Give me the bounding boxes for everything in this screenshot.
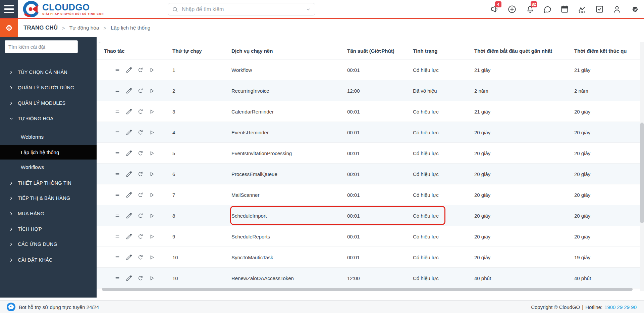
sync-icon[interactable] <box>137 233 144 240</box>
settings-module-button[interactable] <box>0 19 18 37</box>
edit-pencil-icon[interactable] <box>125 129 132 136</box>
row-order: 8 <box>172 205 175 226</box>
calendar-icon[interactable] <box>560 5 570 14</box>
sync-icon[interactable] <box>137 108 144 115</box>
sync-icon[interactable] <box>137 191 144 198</box>
table-row: 4EventsReminder00:01Có hiệu lực20 giây20… <box>97 122 640 143</box>
hotline-label: Hotline: <box>585 304 602 310</box>
row-service: Workflow <box>231 59 252 80</box>
sidebar-item-collapsed[interactable]: TÙY CHỌN CÁ NHÂN <box>0 65 97 79</box>
sidebar-item-collapsed[interactable]: CÁC ỨNG DỤNG <box>0 237 97 251</box>
drag-handle-icon[interactable] <box>114 108 121 115</box>
chat-icon[interactable] <box>543 5 552 14</box>
breadcrumb-item-scheduler[interactable]: Lập lịch hệ thống <box>111 25 150 31</box>
sidebar-subitem-label: Workflows <box>21 164 44 170</box>
breadcrumb-item-automation[interactable]: Tự động hóa <box>69 25 99 31</box>
row-last-end: 20 giây <box>574 143 590 164</box>
global-search-input[interactable] <box>181 6 306 13</box>
play-icon[interactable] <box>148 191 155 198</box>
row-status: Có hiệu lực <box>413 122 439 143</box>
sidebar-item-expanded[interactable]: TỰ ĐỘNG HÓA <box>0 112 97 125</box>
edit-pencil-icon[interactable] <box>125 212 132 219</box>
table-header-row: Thao tácThứ tự chạyDịch vụ chạy nềnTần s… <box>97 42 640 59</box>
row-service: SyncToMauticTask <box>231 247 273 268</box>
vertical-scrollbar-track[interactable] <box>640 42 644 291</box>
bell-icon[interactable]: 82 <box>526 5 535 14</box>
sidebar-search-input[interactable] <box>5 40 78 53</box>
sidebar-subitem-selected[interactable]: Lập lịch hệ thống <box>0 145 97 160</box>
chevron-down-icon <box>9 116 14 121</box>
sidebar-item-collapsed[interactable]: THIẾT LẬP THÔNG TIN <box>0 176 97 190</box>
play-icon[interactable] <box>148 150 155 157</box>
row-actions <box>114 143 155 164</box>
edit-pencil-icon[interactable] <box>125 233 132 240</box>
sync-icon[interactable] <box>137 129 144 136</box>
edit-pencil-icon[interactable] <box>125 254 132 261</box>
sidebar-subitem[interactable]: Webforms <box>0 129 97 144</box>
edit-pencil-icon[interactable] <box>125 87 132 94</box>
play-icon[interactable] <box>148 87 155 94</box>
edit-pencil-icon[interactable] <box>125 150 132 157</box>
horizontal-scrollbar-thumb[interactable] <box>102 288 633 291</box>
task-check-icon[interactable] <box>595 5 604 14</box>
sidebar-item-collapsed[interactable]: TÍCH HỢP <box>0 222 97 236</box>
gear-icon <box>4 23 14 33</box>
row-service: EventsInvitationProcessing <box>231 143 292 164</box>
sidebar-item-collapsed[interactable]: QUẢN LÝ MODULES <box>0 96 97 110</box>
play-icon[interactable] <box>148 212 155 219</box>
play-icon[interactable] <box>148 108 155 115</box>
row-service: ProcessEmailQueue <box>231 164 277 184</box>
plus-circle-icon[interactable] <box>507 5 517 14</box>
edit-pencil-icon[interactable] <box>125 66 132 74</box>
hotline-number[interactable]: 1900 29 29 90 <box>604 304 637 310</box>
support-bot-link[interactable]: Bot hỗ trợ sử dụng trực tuyến 24/24 <box>7 301 99 313</box>
row-service: RecurringInvoice <box>231 80 269 101</box>
megaphone-icon[interactable]: 4 <box>490 5 499 14</box>
edit-pencil-icon[interactable] <box>125 171 132 178</box>
breadcrumb-home[interactable]: TRANG CHỦ <box>23 25 58 31</box>
play-icon[interactable] <box>148 254 155 261</box>
sync-icon[interactable] <box>137 254 144 261</box>
sync-icon[interactable] <box>137 275 144 282</box>
edit-pencil-icon[interactable] <box>125 275 132 282</box>
drag-handle-icon[interactable] <box>114 66 121 74</box>
play-icon[interactable] <box>148 233 155 240</box>
sidebar-item-collapsed[interactable]: QUẢN LÝ NGƯỜI DÙNG <box>0 81 97 94</box>
sync-icon[interactable] <box>137 171 144 178</box>
play-icon[interactable] <box>148 66 155 74</box>
row-actions <box>114 226 155 247</box>
sidebar-item-collapsed[interactable]: MUA HÀNG <box>0 207 97 220</box>
sidebar-item-collapsed[interactable]: TIẾP THỊ & BÁN HÀNG <box>0 191 97 205</box>
edit-pencil-icon[interactable] <box>125 108 132 115</box>
global-search-box[interactable] <box>168 3 315 15</box>
play-icon[interactable] <box>148 171 155 178</box>
column-header: Tần suất (Giờ:Phút) <box>347 42 394 59</box>
drag-handle-icon[interactable] <box>114 87 121 94</box>
sync-icon[interactable] <box>137 66 144 74</box>
sync-icon[interactable] <box>137 150 144 157</box>
notification-badge: 4 <box>495 1 501 7</box>
play-icon[interactable] <box>148 275 155 282</box>
drag-handle-icon[interactable] <box>114 171 121 178</box>
drag-handle-icon[interactable] <box>114 191 121 198</box>
chevron-down-icon[interactable] <box>306 7 311 12</box>
sync-icon[interactable] <box>137 87 144 94</box>
edit-pencil-icon[interactable] <box>125 191 132 198</box>
drag-handle-icon[interactable] <box>114 233 121 240</box>
drag-handle-icon[interactable] <box>114 150 121 157</box>
sidebar-subitem[interactable]: Workflows <box>0 160 97 174</box>
user-icon[interactable] <box>612 5 622 14</box>
chart-icon[interactable] <box>578 5 587 14</box>
sidebar-item-collapsed[interactable]: CÀI ĐẶT KHÁC <box>0 253 97 267</box>
sync-icon[interactable] <box>137 212 144 219</box>
drag-handle-icon[interactable] <box>114 254 121 261</box>
vertical-scrollbar-thumb[interactable] <box>640 123 644 223</box>
play-icon[interactable] <box>148 129 155 136</box>
settings-icon[interactable] <box>631 5 640 14</box>
cloudgo-logo[interactable]: CLOUDGO GIẢI PHÁP CHUYỂN ĐỔI SỐ TINH GỌN <box>22 1 104 17</box>
hamburger-menu-button[interactable] <box>0 0 18 18</box>
drag-handle-icon[interactable] <box>114 129 121 136</box>
drag-handle-icon[interactable] <box>114 212 121 219</box>
drag-handle-icon[interactable] <box>114 275 121 282</box>
chevron-right-icon <box>9 181 14 186</box>
